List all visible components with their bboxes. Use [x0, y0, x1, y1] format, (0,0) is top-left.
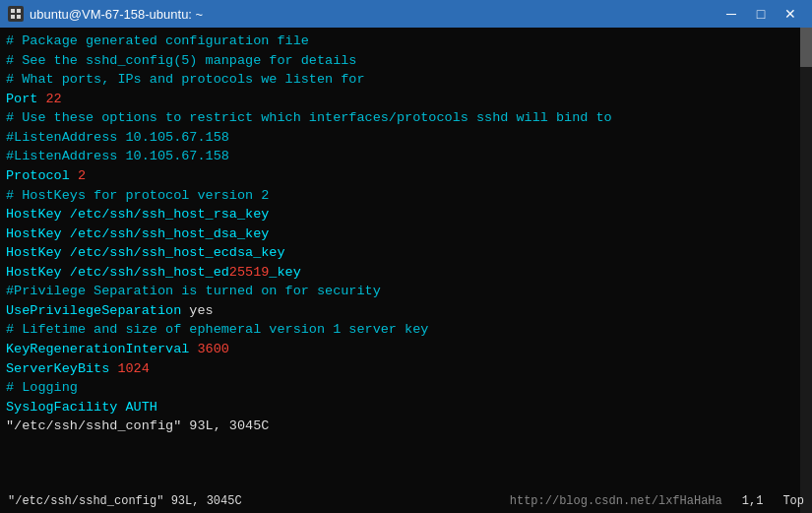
status-bar: "/etc/ssh/sshd_config" 93L, 3045C http:/… — [0, 491, 812, 513]
terminal-line: Port 22 — [6, 90, 806, 109]
terminal-line: # What ports, IPs and protocols we liste… — [6, 70, 806, 90]
terminal-line: KeyRegenerationInterval 3600 — [6, 340, 806, 359]
minimize-button[interactable]: ─ — [718, 4, 745, 24]
terminal-line: "/etc/ssh/sshd_config" 93L, 3045C — [6, 417, 806, 436]
terminal-line: ServerKeyBits 1024 — [6, 359, 806, 379]
terminal-line: SyslogFacility AUTH — [6, 398, 806, 417]
statusbar-right: http://blog.csdn.net/lxfHaHaHa 1,1 Top — [510, 493, 804, 510]
cursor-position: 1,1 — [742, 493, 764, 510]
svg-rect-1 — [17, 9, 21, 13]
svg-rect-0 — [11, 9, 15, 13]
scrollbar-thumb[interactable] — [800, 28, 812, 67]
watermark: http://blog.csdn.net/lxfHaHaHa — [510, 493, 722, 510]
svg-rect-3 — [17, 15, 21, 19]
terminal-window[interactable]: # Package generated configuration file# … — [0, 28, 812, 513]
terminal-line: UsePrivilegeSeparation yes — [6, 301, 806, 321]
terminal-line: HostKey /etc/ssh/ssh_host_ecdsa_key — [6, 243, 806, 263]
window-controls: ─ □ ✕ — [718, 4, 804, 24]
terminal-line: #ListenAddress 10.105.67.158 — [6, 147, 806, 166]
titlebar: ubuntu@VM-67-158-ubuntu: ~ ─ □ ✕ — [0, 0, 812, 28]
svg-rect-2 — [11, 15, 15, 19]
terminal-line: # Use these options to restrict which in… — [6, 108, 806, 128]
app-icon — [8, 6, 24, 22]
terminal-line: HostKey /etc/ssh/ssh_host_ed25519_key — [6, 263, 806, 283]
scroll-position: Top — [782, 493, 804, 510]
scrollbar[interactable] — [800, 28, 812, 513]
terminal-line: # Logging — [6, 378, 806, 398]
terminal-line: # HostKeys for protocol version 2 — [6, 186, 806, 206]
terminal-line: # See the sshd_config(5) manpage for det… — [6, 51, 806, 71]
terminal-line: Protocol 2 — [6, 166, 806, 186]
terminal-line: # Package generated configuration file — [6, 32, 806, 51]
terminal-line: # Lifetime and size of ephemeral version… — [6, 320, 806, 340]
window-title: ubuntu@VM-67-158-ubuntu: ~ — [30, 7, 203, 22]
terminal-line: HostKey /etc/ssh/ssh_host_rsa_key — [6, 205, 806, 224]
file-info: "/etc/ssh/sshd_config" 93L, 3045C — [8, 493, 242, 510]
terminal-line: #Privilege Separation is turned on for s… — [6, 282, 806, 301]
terminal-line: #ListenAddress 10.105.67.158 — [6, 128, 806, 148]
close-button[interactable]: ✕ — [777, 4, 804, 24]
titlebar-left: ubuntu@VM-67-158-ubuntu: ~ — [8, 6, 203, 22]
terminal-line: HostKey /etc/ssh/ssh_host_dsa_key — [6, 224, 806, 244]
maximize-button[interactable]: □ — [747, 4, 775, 24]
terminal-content: # Package generated configuration file# … — [6, 32, 806, 436]
